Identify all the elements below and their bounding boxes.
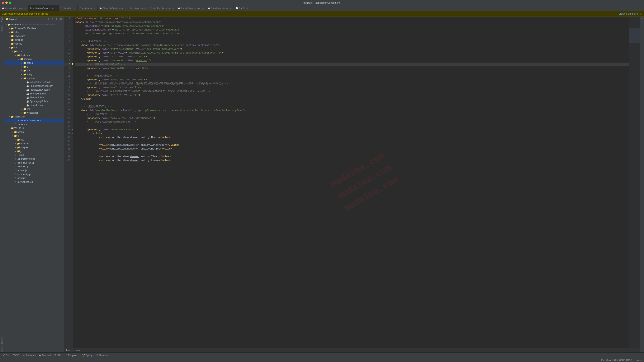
- tree-expand-icon[interactable]: ▶: [11, 130, 14, 134]
- sidebar-item-e-folder[interactable]: ▾ 📁 e: [4, 134, 64, 138]
- settings-tree-icon[interactable]: ⚙: [55, 18, 58, 21]
- tree-expand-icon[interactable]: ▾: [8, 115, 11, 118]
- tree-expand-icon[interactable]: ▶: [8, 27, 11, 30]
- notification-action[interactable]: Create Spring facet ⚙: [619, 12, 642, 15]
- git-branch-status[interactable]: ✓ master: [634, 359, 642, 361]
- close-button[interactable]: [2, 2, 4, 4]
- collapse-all-icon[interactable]: ⊟: [51, 18, 54, 21]
- event-log-status[interactable]: Event Log: [601, 359, 611, 361]
- sidebar-item-uibuilder-base[interactable]: ☕ UibuilderBase: [4, 103, 64, 107]
- tree-expand-icon[interactable]: ▾: [14, 54, 17, 57]
- minimap[interactable]: [629, 16, 640, 348]
- tab-close-icon[interactable]: ✕: [94, 7, 96, 9]
- tab-head-jsp[interactable]: 🗋 head.jsp ✕: [59, 5, 78, 11]
- sidebar-item-classes[interactable]: ▶ 📁 classes: [4, 42, 64, 46]
- tree-expand-icon[interactable]: ▶: [8, 42, 11, 45]
- sidebar-item-photographer[interactable]: ☕ PhotographerUibuilder: [4, 84, 64, 88]
- sidebar-item-action[interactable]: ▶ 📁 action: [4, 61, 64, 65]
- sidebar-item-productview[interactable]: ☕ ProductViewHistory: [4, 88, 64, 92]
- sidebar-item-huiyuan[interactable]: ▶ 📁 huiyuan: [4, 142, 64, 146]
- git-tab[interactable]: ⎇ Git: [2, 352, 10, 358]
- tab-comment-bll[interactable]: ☕ CommentBLL.java ✕: [0, 5, 28, 11]
- tab-close-icon[interactable]: ✕: [56, 7, 57, 9]
- tab-app-context[interactable]: 🗋 applicationContext.xml ✕: [28, 5, 60, 11]
- tab-close-icon[interactable]: ✕: [230, 7, 232, 9]
- sidebar-item-mp3[interactable]: ♪ 1.mp3: [4, 153, 64, 157]
- sidebar-item-js[interactable]: ▶ 📁 js: [4, 149, 64, 153]
- close-sidebar-icon[interactable]: ✕: [59, 18, 62, 21]
- sidebar-item-uibuilder[interactable]: ▾ 📁 uibuilder: [4, 76, 64, 80]
- editor-content[interactable]: 1 2 3 4 5 6 7 8 9 10 11 12 13 14 15 16 1: [64, 16, 640, 348]
- sidebar-item-head-jsp[interactable]: 🗋 head.jsp: [4, 176, 64, 180]
- sidebar-item-admin[interactable]: ▶ 📁 admin: [4, 130, 64, 134]
- tab-bottom-jsp[interactable]: 🗋 bottom.jsp ✕: [128, 5, 148, 11]
- sidebar-item-daowen[interactable]: ▾ 📁 daowen: [4, 57, 64, 61]
- tab-close-icon[interactable]: ✕: [144, 7, 146, 9]
- settings-icon[interactable]: ⚙: [640, 12, 642, 15]
- tree-expand-icon[interactable]: ▶: [14, 138, 17, 141]
- terminal-tab[interactable]: ▶ Terminal: [38, 352, 51, 358]
- sidebar-item-util[interactable]: ▶ 📁 util: [4, 107, 64, 111]
- sidebar-item-shangpin[interactable]: ☕ ShangpinBuilder: [4, 92, 64, 96]
- tab-dropdown-list[interactable]: ☕ DropdownList.java ✕: [206, 5, 234, 11]
- tree-expand-icon[interactable]: ▶: [20, 111, 23, 114]
- sidebar-item-sitenav[interactable]: ☕ SitenavBuilder: [4, 96, 64, 100]
- tree-expand-icon[interactable]: ▾: [20, 77, 23, 80]
- problems-tab[interactable]: ⚠ Problems: [22, 352, 36, 358]
- code-lines[interactable]: mudaima.commudaima.commudaima.com <?xml …: [73, 16, 629, 348]
- tab-webroot-index[interactable]: 🗋 WebRoot/index.jsp ✕: [148, 5, 176, 11]
- endpoints-tab[interactable]: ◇ Endpoints: [65, 352, 79, 358]
- sidebar-item-myeclipse[interactable]: ▶ 📁 .myeclipse: [4, 34, 64, 38]
- tab-close-icon[interactable]: ✕: [74, 7, 76, 9]
- breadcrumb-bean[interactable]: bean: [75, 349, 80, 352]
- tree-expand-icon[interactable]: ▶: [8, 34, 11, 38]
- maximize-button[interactable]: [9, 2, 11, 4]
- tree-expand-icon[interactable]: ▾: [17, 58, 20, 61]
- tree-expand-icon[interactable]: ▶: [14, 146, 17, 149]
- tree-expand-icon[interactable]: ▾: [4, 23, 8, 26]
- tree-root-furniture[interactable]: ▾ 📁 furniture ~/Downloads/mudaimaProject…: [4, 23, 64, 26]
- tab-close-icon[interactable]: ✕: [124, 7, 126, 9]
- sidebar-item-spcategory[interactable]: ☕ SpcategoryBuilder: [4, 100, 64, 103]
- sidebar-item-meta-inf[interactable]: ▾ 📁 META-INF: [4, 115, 64, 118]
- sidebar-item-albumlist[interactable]: 🗋 albumlist.jsp: [4, 165, 64, 168]
- sidebar-item-indexcolumns[interactable]: ☕ IndexColumnsBuilder: [4, 80, 64, 84]
- project-tree[interactable]: ▾ 📁 furniture ~/Downloads/mudaimaProject…: [4, 22, 64, 352]
- tab-close-icon[interactable]: ✕: [24, 7, 26, 9]
- sync-icon[interactable]: ⟳: [46, 18, 50, 21]
- sidebar-item-dal[interactable]: ▶ 📁 dal: [4, 69, 64, 72]
- sidebar-item-albumiteminfo[interactable]: 🗋 albumiteminfo.jsp: [4, 157, 64, 161]
- sidebar-item-comment-jsp[interactable]: 🗋 comment.jsp: [4, 172, 64, 176]
- tab-radio-button[interactable]: ☕ RadioButtonList.java ✕: [176, 5, 206, 11]
- tab-shangpin[interactable]: ☕ ShangpinBuilder.java ✕: [98, 5, 128, 11]
- sidebar-item-external[interactable]: ▶ 📁 .ExternalToolBuilders: [4, 26, 64, 30]
- tree-expand-icon[interactable]: ▶: [20, 69, 23, 72]
- services-tab[interactable]: ⚙ Services: [96, 352, 109, 358]
- tree-expand-icon[interactable]: ▶: [20, 73, 23, 76]
- todo-tab[interactable]: TODO: [12, 352, 20, 358]
- structure-strip-icon[interactable]: Structure: [0, 339, 4, 343]
- window-controls[interactable]: [2, 2, 11, 4]
- project-strip-icon[interactable]: Project: [0, 18, 4, 22]
- sidebar-item-albumitemlist[interactable]: 🗋 albumitemlist.jsp: [4, 161, 64, 165]
- breadcrumb-beans[interactable]: beans: [66, 349, 72, 352]
- tab-e-index[interactable]: 🗋 e/index.jsp ✕: [78, 5, 98, 11]
- commit-strip-icon[interactable]: Commit: [0, 26, 4, 30]
- tab-close-icon[interactable]: ✕: [172, 7, 174, 9]
- tree-expand-icon[interactable]: ▾: [8, 127, 11, 130]
- tree-expand-icon[interactable]: ▶: [20, 65, 23, 68]
- spring-tab[interactable]: 🌱 Spring: [81, 352, 93, 358]
- encoding-status[interactable]: UTF-8: [626, 359, 632, 361]
- tab-dalb[interactable]: 📄 DALB ✕: [234, 5, 250, 11]
- tree-expand-icon[interactable]: ▶: [8, 38, 11, 42]
- line-ending-status[interactable]: CRLF: [619, 359, 624, 361]
- sidebar-item-com[interactable]: ▾ 📁 com: [4, 50, 64, 53]
- sidebar-item-appcontext[interactable]: 🗋 applicationContext.xml: [4, 118, 64, 122]
- tree-expand-icon[interactable]: ▶: [20, 62, 23, 64]
- tab-close-icon[interactable]: ✕: [246, 7, 248, 9]
- tree-expand-icon[interactable]: ▶: [20, 108, 23, 110]
- tree-expand-icon[interactable]: ▶: [14, 150, 17, 153]
- sidebar-item-itbaizhan[interactable]: ▾ 📁 itbaizhan: [4, 53, 64, 57]
- sidebar-item-huiyuaninfo[interactable]: 🗋 huiyuaninfo.jsp: [4, 180, 64, 184]
- tree-expand-icon[interactable]: ▾: [11, 50, 14, 53]
